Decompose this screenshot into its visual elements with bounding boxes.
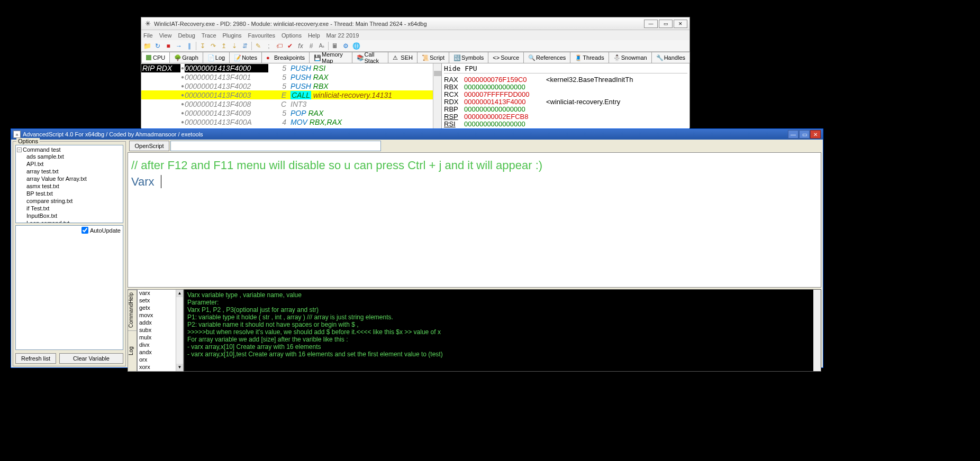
trace2-icon[interactable]: ⇵ [240, 41, 250, 51]
as-close-button[interactable]: ✕ [810, 130, 821, 139]
scroll-down-icon[interactable]: ▼ [176, 364, 183, 371]
comment-icon[interactable]: ; [264, 41, 274, 51]
command-list[interactable]: varxsetxgetxmovxaddxsubxmulxdivxandxorxx… [137, 289, 184, 372]
menu-favourites[interactable]: Favourites [248, 32, 275, 39]
bookmark-icon[interactable]: ✔ [285, 41, 295, 51]
tab-callstack[interactable]: 📚Call Stack [352, 52, 389, 63]
tab-notes[interactable]: 📝Notes [229, 52, 262, 63]
scroll-up-icon[interactable]: ▲ [176, 290, 183, 297]
as-maximize-button[interactable]: ▭ [799, 130, 810, 139]
register-row[interactable]: RCX000007FFFFFDD000 [444, 90, 687, 98]
hide-fpu-label[interactable]: Hide FPU [444, 64, 687, 73]
help-pane[interactable]: Varx variable type , variable name, valu… [184, 289, 821, 372]
as-minimize-button[interactable]: — [788, 130, 798, 139]
register-row[interactable]: RAX0000000076F159C0<kernel32.BaseThreadI… [444, 76, 687, 83]
calc-icon[interactable]: 🖩 [330, 41, 340, 51]
run-icon[interactable]: → [174, 41, 184, 51]
registers-view[interactable]: Hide FPU RAX0000000076F159C0<kernel32.Ba… [441, 63, 689, 128]
side-tab-commandhelp[interactable]: CommandHelp [128, 290, 137, 330]
script-path-input[interactable] [170, 141, 381, 151]
tree-item[interactable]: BP test.txt [26, 190, 122, 197]
tree-item[interactable]: API.txt [26, 160, 122, 168]
menu-options[interactable]: Options [282, 32, 302, 39]
tree-item[interactable]: ads sample.txt [26, 153, 122, 160]
disasm-row[interactable]: ●00000001413F400A4MOV RBX,RAX [141, 117, 441, 126]
settings-icon[interactable]: ⚙ [341, 41, 350, 51]
tab-references[interactable]: 🔍References [523, 52, 570, 63]
disasm-row[interactable]: ●00000001413F40025PUSH RBX [141, 81, 441, 90]
tab-source[interactable]: <>Source [488, 52, 524, 63]
menu-help[interactable]: Help [308, 32, 320, 39]
tree-item[interactable]: Loop comand.txt [26, 219, 122, 223]
tree-root-label[interactable]: Command test [23, 146, 61, 153]
disasm-row[interactable]: RIP RDX●00000001413F40005PUSH RSI [141, 63, 441, 72]
stop-icon[interactable]: ■ [164, 41, 173, 51]
hash-icon[interactable]: # [306, 41, 316, 51]
tree-item[interactable]: InputBox.txt [26, 212, 122, 219]
tab-script[interactable]: 📜Script [417, 52, 449, 63]
as-titlebar[interactable]: a AdvancedScript 4.0 For x64dbg / Coded … [11, 129, 823, 140]
disasm-row[interactable]: ●00000001413F4008CINT3 [141, 99, 441, 108]
tree-collapse-icon[interactable]: − [17, 147, 22, 152]
tab-symbols[interactable]: 🔣Symbols [449, 52, 488, 63]
autoupdate-toggle[interactable]: AutoUpdate [81, 227, 121, 234]
register-row[interactable]: RBP0000000000000000 [444, 105, 687, 113]
help-scrollbar[interactable] [813, 290, 821, 371]
tab-cpu[interactable]: CPU [141, 52, 170, 63]
register-row[interactable]: RSI0000000000000000 [444, 120, 687, 127]
disasm-row[interactable]: ●00000001413F40095POP RAX [141, 108, 441, 117]
menu-debug[interactable]: Debug [178, 32, 195, 39]
label-icon[interactable]: 🏷 [275, 41, 284, 51]
tab-threads[interactable]: 🧵Threads [570, 52, 609, 63]
tab-seh[interactable]: ⚠SEH [388, 52, 418, 63]
openscript-button[interactable]: OpenScript [129, 141, 169, 151]
stepover-icon[interactable]: ↷ [208, 41, 218, 51]
menu-view[interactable]: View [159, 32, 172, 39]
clear-variable-button[interactable]: Clear Variable [59, 353, 123, 364]
dbg-titlebar[interactable]: ✳ WinlicIAT-Recovery.exe - PID: 2980 - M… [141, 17, 689, 30]
tab-breakpoints[interactable]: ●Breakpoints [261, 52, 310, 63]
restart-icon[interactable]: ↻ [153, 41, 162, 51]
patch-icon[interactable]: ✎ [253, 41, 263, 51]
variable-list[interactable]: AutoUpdate [15, 225, 123, 350]
stepinto-icon[interactable]: ↧ [198, 41, 207, 51]
refresh-list-button[interactable]: Refresh list [15, 353, 56, 364]
pause-icon[interactable]: ∥ [185, 41, 194, 51]
stepout-icon[interactable]: ↥ [219, 41, 229, 51]
script-tree[interactable]: − Command test ads sample.txtAPI.txtarra… [15, 145, 123, 223]
tab-handles[interactable]: 🔧Handles [651, 52, 690, 63]
fx-icon[interactable]: fx [296, 41, 305, 51]
autoupdate-checkbox[interactable] [81, 227, 88, 234]
tab-log[interactable]: 📄Log [203, 52, 230, 63]
disasm-row[interactable]: ●00000001413F40015PUSH RAX [141, 72, 441, 81]
tree-item[interactable]: asmx test.txt [26, 182, 122, 190]
disasm-row[interactable]: ●00000001413F4003ECALL winliciat-recover… [141, 90, 441, 99]
tree-item[interactable]: if Test.txt [26, 205, 122, 212]
script-editor[interactable]: // after F12 and F11 menu will disable s… [128, 152, 821, 288]
menu-trace[interactable]: Trace [202, 32, 216, 39]
side-tab-log[interactable]: Log [128, 330, 137, 371]
register-row[interactable]: RBX0000000000000000 [444, 83, 687, 90]
open-icon[interactable]: 📁 [142, 41, 152, 51]
close-button[interactable]: ✕ [674, 20, 687, 28]
tab-memorymap[interactable]: 💾Memory Map [309, 52, 352, 63]
disasm-scrollbar[interactable] [433, 63, 441, 128]
maximize-button[interactable]: ▭ [659, 20, 673, 28]
world-icon[interactable]: 🌐 [351, 41, 361, 51]
tree-item[interactable]: array test.txt [26, 168, 122, 175]
tree-item[interactable]: compare string.txt [26, 197, 122, 205]
tab-snowman[interactable]: ⛄Snowman [609, 52, 652, 63]
app-icon: a [13, 131, 21, 138]
help-line: Parameter: [187, 299, 818, 306]
trace-icon[interactable]: ⇣ [230, 41, 239, 51]
tab-graph[interactable]: 🌳Graph [169, 52, 203, 63]
menu-plugins[interactable]: Plugins [223, 32, 242, 39]
register-row[interactable]: RDX00000001413F4000<winliciat-recovery.E… [444, 98, 687, 105]
az-icon[interactable]: Aₐ [317, 41, 326, 51]
menu-file[interactable]: File [143, 32, 153, 39]
tree-item[interactable]: array Value for Array.txt [26, 175, 122, 182]
disassembly-view[interactable]: RIP RDX●00000001413F40005PUSH RSI●000000… [141, 63, 441, 128]
cmdlist-scrollbar[interactable]: ▲ ▼ [176, 290, 183, 371]
register-row[interactable]: RSP00000000002EFCB8 [444, 113, 687, 120]
minimize-button[interactable]: — [644, 20, 658, 28]
